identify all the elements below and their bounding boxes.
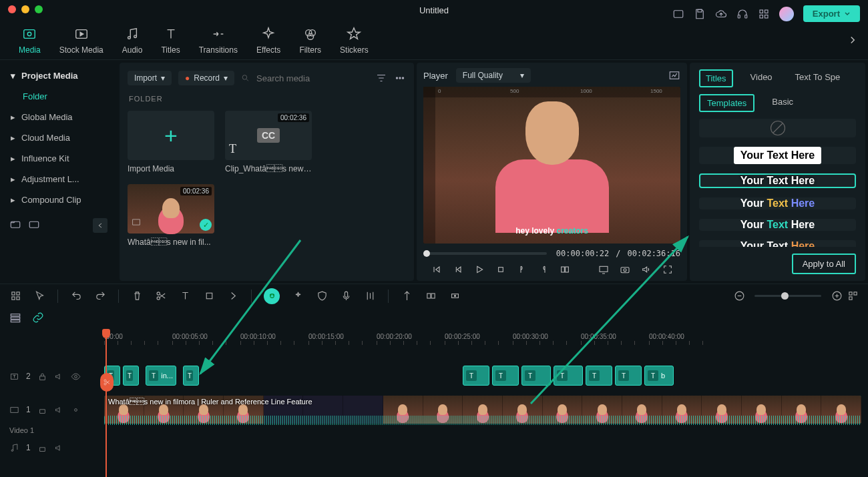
cloud-upload-icon[interactable]	[715, 8, 727, 20]
tab-tts[interactable]: Text To Spe	[790, 69, 846, 87]
export-button[interactable]: Export	[803, 5, 860, 22]
volume-icon[interactable]	[640, 264, 652, 276]
track-manage-icon[interactable]	[9, 312, 21, 324]
camera-icon[interactable]	[619, 264, 631, 276]
tool-transitions[interactable]: Transitions	[190, 25, 247, 55]
text-icon[interactable]	[179, 290, 191, 302]
media-import-tile[interactable]: + Import Media	[128, 111, 214, 173]
text-clip[interactable]: T	[554, 366, 583, 386]
text-clip[interactable]: Tb	[644, 366, 674, 386]
search-input[interactable]	[256, 73, 369, 83]
playhead[interactable]	[105, 330, 107, 477]
mute-icon[interactable]	[54, 405, 64, 415]
visibility-icon[interactable]	[71, 372, 81, 382]
fullscreen-icon[interactable]	[662, 264, 674, 276]
zoom-out-icon[interactable]	[733, 290, 745, 302]
preview-viewport[interactable]: 0 500 1000 1500 hey lovely creators	[423, 87, 680, 244]
playback-scrubber[interactable]	[423, 252, 547, 255]
step-back-icon[interactable]	[452, 264, 464, 276]
sidebar-project-media[interactable]: ▾Project Media	[4, 65, 113, 86]
marker-icon[interactable]	[401, 290, 413, 302]
tool-stickers[interactable]: Stickers	[331, 25, 378, 55]
cut-handle[interactable]	[100, 373, 114, 392]
filter-icon[interactable]	[375, 72, 387, 84]
tracks-area[interactable]: :00:0000:00:05:0000:00:10:0000:00:15:000…	[93, 330, 868, 477]
snapshot-stats-icon[interactable]	[668, 69, 680, 81]
more-tools-icon[interactable]	[227, 290, 239, 302]
user-avatar[interactable]	[779, 7, 794, 21]
more-icon[interactable]	[394, 72, 406, 84]
visibility-icon[interactable]	[71, 405, 81, 415]
apps-grid-icon[interactable]	[758, 8, 770, 20]
sidebar-adjustment-layer[interactable]: ▸Adjustment L...	[4, 169, 113, 189]
display-icon[interactable]	[598, 264, 610, 276]
video-track-row[interactable]: Whatâs new in filmora | Ruler and Refe…	[93, 393, 868, 426]
save-icon[interactable]	[694, 8, 706, 20]
text-track-header[interactable]: 2	[0, 360, 93, 393]
time-ruler[interactable]: :00:0000:00:05:0000:00:10:0000:00:15:000…	[93, 330, 868, 346]
subtab-templates[interactable]: Templates	[699, 94, 754, 112]
template-card[interactable]: Your Text Here	[699, 219, 856, 231]
minimize-window-icon[interactable]	[21, 5, 29, 13]
snap-icon[interactable]	[425, 290, 437, 302]
template-none[interactable]	[699, 119, 856, 137]
sidebar-folder[interactable]: Folder	[4, 86, 113, 107]
tool-audio[interactable]: Audio	[113, 25, 152, 55]
template-card[interactable]: Your Text Here	[699, 197, 856, 209]
tool-titles[interactable]: Titles	[152, 25, 189, 55]
text-track-row[interactable]: TTTin...TTTTTTTTb	[93, 360, 868, 393]
text-clip[interactable]: T	[123, 366, 139, 386]
shield-icon[interactable]	[316, 290, 328, 302]
record-dropdown[interactable]: ●Record▾	[178, 71, 234, 85]
audio-track-row[interactable]	[93, 426, 868, 453]
ai-icon[interactable]	[264, 288, 280, 304]
chevron-right-icon[interactable]	[847, 34, 859, 46]
apply-to-all-button[interactable]: Apply to All	[792, 254, 856, 274]
tab-titles[interactable]: Titles	[699, 69, 733, 87]
sidebar-influence-kit[interactable]: ▸Influence Kit	[4, 148, 113, 169]
mute-icon[interactable]	[54, 372, 64, 382]
mic-icon[interactable]	[340, 290, 352, 302]
sparkle-icon[interactable]	[292, 290, 304, 302]
sidebar-collapse-icon[interactable]	[93, 218, 107, 233]
maximize-window-icon[interactable]	[35, 5, 43, 13]
tool-effects[interactable]: Effects	[247, 25, 290, 55]
sidebar-global-media[interactable]: ▸Global Media	[4, 107, 113, 127]
text-clip[interactable]: T	[615, 366, 642, 386]
media-cc-clip[interactable]: 00:02:36 CC T Clip_Whatâs new ...	[225, 111, 312, 173]
tool-filters[interactable]: Filters	[290, 25, 331, 55]
compare-icon[interactable]	[559, 264, 571, 276]
import-dropdown[interactable]: Import▾	[128, 71, 172, 85]
audio-track-header[interactable]: 1	[0, 434, 93, 461]
template-card[interactable]: Your Text Here	[699, 147, 856, 164]
layout-icon[interactable]	[672, 8, 684, 20]
select-tool-icon[interactable]	[33, 290, 45, 302]
text-clip[interactable]: T	[492, 366, 519, 386]
split-icon[interactable]	[155, 290, 167, 302]
mark-out-icon[interactable]	[537, 264, 550, 276]
mark-in-icon[interactable]	[516, 264, 528, 276]
grid-icon[interactable]	[9, 290, 21, 302]
fit-timeline-icon[interactable]	[847, 290, 859, 302]
keyframe-icon[interactable]	[449, 290, 461, 302]
quality-dropdown[interactable]: Full Quality▾	[456, 68, 531, 83]
media-video-clip[interactable]: 00:02:36 ✓ Whatâs new in fil...	[128, 184, 214, 247]
template-card[interactable]: Your Text Here	[699, 173, 856, 188]
new-bin-icon[interactable]	[28, 218, 40, 230]
template-card[interactable]: Your Text Here	[699, 240, 856, 247]
lock-icon[interactable]	[37, 443, 47, 453]
lock-icon[interactable]	[37, 405, 47, 415]
text-clip[interactable]: T	[521, 366, 551, 386]
link-icon[interactable]	[32, 312, 44, 324]
prev-frame-icon[interactable]	[431, 264, 443, 276]
templates-list[interactable]: Your Text Here Your Text Here Your Text …	[690, 119, 865, 247]
zoom-in-icon[interactable]	[831, 290, 843, 302]
close-window-icon[interactable]	[8, 5, 16, 13]
new-folder-icon[interactable]	[9, 218, 21, 230]
tool-media[interactable]: Media	[9, 25, 50, 55]
subtab-basic[interactable]: Basic	[765, 94, 800, 112]
text-clip[interactable]: T	[586, 366, 612, 386]
redo-icon[interactable]	[94, 290, 106, 302]
audio-mix-icon[interactable]	[364, 290, 376, 302]
lock-icon[interactable]	[37, 372, 47, 382]
